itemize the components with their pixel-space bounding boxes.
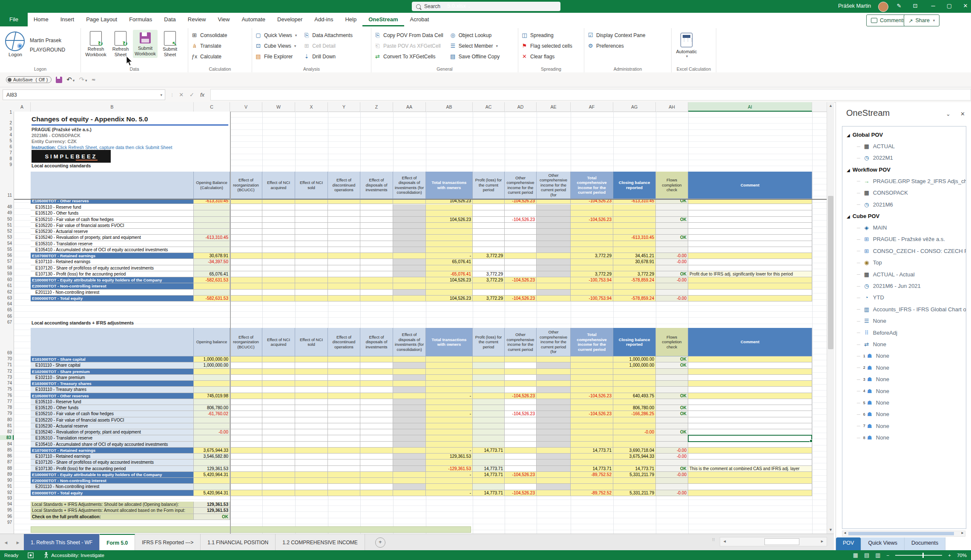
cell-B75[interactable]: E103110 - Treasury shares (31, 387, 194, 393)
cell-AB62[interactable] (426, 290, 473, 296)
cell-X59[interactable] (295, 271, 328, 277)
cell-AD47[interactable]: -104,526.23 (505, 199, 537, 204)
cell-W77[interactable] (262, 399, 295, 405)
row-header-79[interactable]: 79 (7, 411, 12, 416)
search-box[interactable]: Search (412, 2, 560, 11)
cell-AC72[interactable] (473, 369, 505, 375)
close-button[interactable]: ✕ (959, 3, 971, 9)
cell-AF51[interactable] (571, 223, 613, 229)
cell-AA77[interactable] (393, 399, 426, 405)
column-header-AB[interactable]: AB (426, 102, 473, 112)
cell-AF88[interactable]: 14,773.71 (571, 466, 613, 472)
cell-AF50[interactable]: -104,526.23 (571, 217, 613, 223)
cell-C50[interactable] (194, 217, 230, 223)
ribbon-tab-acrobat[interactable]: Acrobat (404, 13, 435, 25)
cell-X57[interactable] (295, 259, 328, 265)
cell-Y62[interactable] (328, 290, 360, 296)
cell-X48[interactable] (295, 204, 328, 210)
horizontal-scrollbar[interactable]: ◄ ► (720, 537, 827, 546)
undo-button[interactable]: ↶▾ (66, 76, 75, 83)
cell-Z49[interactable] (360, 210, 393, 216)
cell-AE53[interactable] (537, 235, 571, 241)
cell-AB58[interactable] (426, 265, 473, 271)
cell-AC82[interactable] (473, 429, 505, 435)
cell-AE75[interactable] (537, 387, 571, 393)
cell-AI54[interactable] (688, 241, 812, 247)
cell-AD78[interactable] (505, 405, 537, 411)
cell-AA88[interactable] (393, 466, 426, 472)
preferences-item[interactable]: ⚙Preferences (587, 40, 669, 51)
cell-AI84[interactable] (688, 442, 812, 448)
cell-C48[interactable] (194, 204, 230, 210)
cell-AE56[interactable] (537, 253, 571, 259)
cell-AA56[interactable] (393, 253, 426, 259)
cell-AB55[interactable] (426, 247, 473, 253)
cell-Y86[interactable] (328, 454, 360, 459)
cell-AC81[interactable] (473, 423, 505, 429)
cell-AI61[interactable] (688, 283, 812, 289)
cell-X61[interactable] (295, 283, 328, 289)
cell-Z88[interactable] (360, 466, 393, 472)
row-header-51[interactable]: 51 (7, 223, 12, 227)
cell-AG59[interactable]: 3,772.29 (613, 271, 656, 277)
cell-C63[interactable]: -582,631.53 (194, 296, 230, 302)
autosave-toggle[interactable]: AutoSave (Off) (6, 76, 52, 83)
cell-AI73[interactable] (688, 375, 812, 381)
cell-W59[interactable] (262, 271, 295, 277)
cell-C82[interactable]: -0.00 (194, 429, 230, 435)
cell-AE51[interactable] (537, 223, 571, 229)
cell-Z47[interactable] (360, 199, 393, 204)
cell-AD83[interactable] (505, 435, 537, 441)
cell-Y90[interactable] (328, 478, 360, 484)
cell-V63[interactable] (230, 296, 262, 302)
cell-AE76[interactable] (537, 393, 571, 399)
cell-AD53[interactable] (505, 235, 537, 241)
cell-AH92[interactable]: -0.00 (656, 490, 688, 496)
cell-AB73[interactable] (426, 375, 473, 381)
cell-AD76[interactable]: -104,526.23 (505, 393, 537, 399)
cell-AH54[interactable] (656, 241, 688, 247)
cell-AB89[interactable]: - (426, 472, 473, 478)
zoom-out-icon[interactable]: − (887, 553, 890, 558)
cell-V90[interactable] (230, 478, 262, 484)
ribbon-tab-onestream[interactable]: OneStream (362, 13, 404, 26)
zoom-slider[interactable] (895, 555, 942, 556)
cell-AE70[interactable] (537, 356, 571, 362)
cell-AD50[interactable]: -104,526.23 (505, 217, 537, 223)
vertical-scrollbar[interactable]: ▲ ▼ (827, 102, 834, 534)
cell-AB48[interactable] (426, 204, 473, 210)
column-header-B[interactable]: B (31, 102, 194, 112)
cell-AI60[interactable] (688, 277, 812, 283)
cell-AF47[interactable]: -104,526.23 (571, 199, 613, 204)
cell-W84[interactable] (262, 442, 295, 448)
cell-AF73[interactable] (571, 375, 613, 381)
cell-X54[interactable] (295, 241, 328, 247)
redo-button[interactable]: ↷▾ (79, 76, 87, 83)
row-header-50[interactable]: 50 (7, 217, 12, 221)
cell-AE81[interactable] (537, 423, 571, 429)
cell-X79[interactable] (295, 411, 328, 417)
cell-AF48[interactable] (571, 204, 613, 210)
cell-AB77[interactable] (426, 399, 473, 405)
cell-AD54[interactable] (505, 241, 537, 247)
cell-AH73[interactable] (656, 375, 688, 381)
cell-Y48[interactable] (328, 204, 360, 210)
cell-AG50[interactable] (613, 217, 656, 223)
cell-AI57[interactable] (688, 259, 812, 265)
cell-Y50[interactable] (328, 217, 360, 223)
cell-AD81[interactable] (505, 423, 537, 429)
cell-W86[interactable] (262, 454, 295, 459)
cell-V58[interactable] (230, 265, 262, 271)
pane-scroll-right-icon[interactable]: ► (961, 531, 964, 535)
cell-B58[interactable]: E107120 - Share of profit/loss of equity… (31, 265, 194, 271)
row-header-61[interactable]: 61 (7, 283, 12, 288)
cell-AH80[interactable] (656, 417, 688, 423)
cell-C57[interactable]: -34,397.50 (194, 259, 230, 265)
cell-Z53[interactable] (360, 235, 393, 241)
cell-V52[interactable] (230, 229, 262, 235)
translate-item[interactable]: áTranslate (191, 40, 249, 51)
cell-AD59[interactable] (505, 271, 537, 277)
cell-V79[interactable] (230, 411, 262, 417)
cell-AI80[interactable] (688, 417, 812, 423)
cell-V74[interactable] (230, 381, 262, 387)
